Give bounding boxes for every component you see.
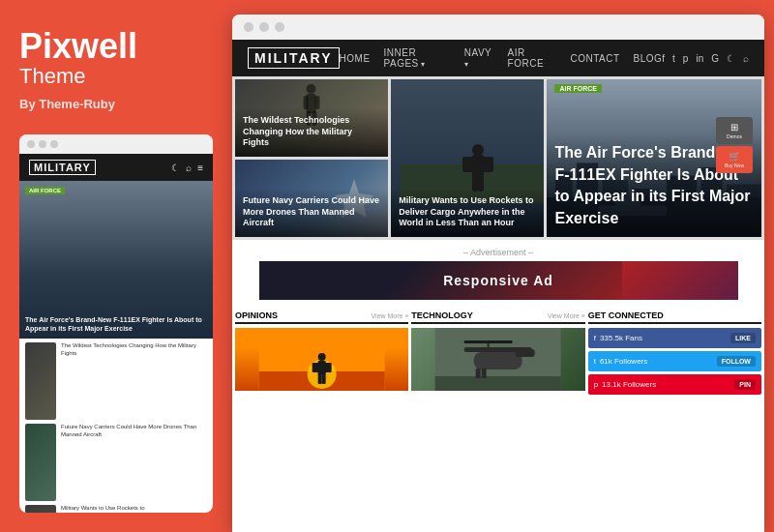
buy-icon: 🛒 bbox=[729, 151, 740, 162]
twitter-icon: t bbox=[594, 357, 596, 366]
brand-by-text: By Theme- bbox=[19, 97, 83, 111]
opinions-card[interactable] bbox=[235, 328, 408, 391]
facebook-icon: f bbox=[594, 334, 596, 342]
nav-inner-pages[interactable]: INNER PAGES bbox=[384, 47, 451, 69]
svg-point-7 bbox=[472, 144, 484, 156]
nav-home[interactable]: HOME bbox=[340, 53, 371, 64]
nav-contact[interactable]: CONTACT bbox=[570, 53, 619, 64]
twitter-btn[interactable]: t 61k Followers FOLLOW bbox=[588, 351, 761, 371]
technology-title: TECHNOLOGY View More » bbox=[411, 307, 584, 324]
hero-card-middle[interactable]: Military Wants to Use Rockets to Deliver… bbox=[391, 79, 544, 237]
mini-article-text-1: The Wildest Technologies Changing How th… bbox=[61, 342, 207, 358]
hero-card-1-overlay: The Wildest Technologies Changing How th… bbox=[235, 107, 388, 157]
svg-rect-34 bbox=[474, 352, 522, 369]
svg-rect-40 bbox=[464, 340, 513, 343]
browser-dot-2 bbox=[259, 22, 269, 32]
svg-rect-39 bbox=[482, 369, 487, 378]
pinterest-action[interactable]: PIN bbox=[734, 379, 756, 390]
hero-grid: The Wildest Technologies Changing How th… bbox=[232, 76, 764, 240]
pinterest-count: 13.1k Followers bbox=[602, 380, 656, 389]
mini-hero-badge: AIR FORCE bbox=[25, 187, 65, 194]
svg-rect-36 bbox=[516, 349, 535, 357]
mini-dot-2 bbox=[39, 140, 46, 148]
demos-label: Demos bbox=[727, 133, 742, 139]
browser-dot-1 bbox=[244, 22, 253, 32]
mini-menu-icon: ≡ bbox=[197, 163, 203, 173]
mini-header-icons: ☾ ⌕ ≡ bbox=[171, 163, 203, 173]
mini-hero: AIR FORCE The Air Force's Brand-New F-11… bbox=[19, 181, 213, 339]
bottom-grid: OPINIONS View More » bbox=[232, 304, 764, 400]
site-header: MILITARY HOME INNER PAGES NAVY AIR FORCE… bbox=[232, 40, 764, 76]
technology-label: TECHNOLOGY bbox=[411, 310, 473, 320]
ad-text: Responsive Ad bbox=[443, 273, 553, 288]
svg-rect-31 bbox=[322, 372, 326, 384]
demos-button[interactable]: ⊞ Demos bbox=[716, 117, 753, 144]
social-title-bar: GET CONNECTED bbox=[588, 307, 761, 324]
brand-ruby: Ruby bbox=[83, 97, 115, 111]
pinterest-icon: p bbox=[683, 53, 689, 64]
pinterest-btn[interactable]: p 13.1k Followers PIN bbox=[588, 374, 761, 395]
demos-icon: ⊞ bbox=[730, 122, 738, 133]
search-icon[interactable]: ⌕ bbox=[743, 53, 749, 64]
site-nav: HOME INNER PAGES NAVY AIR FORCE CONTACT … bbox=[340, 47, 663, 69]
fb-icon: f bbox=[662, 53, 665, 64]
buy-now-button[interactable]: 🛒 Buy Now bbox=[716, 146, 753, 173]
mini-dot-1 bbox=[27, 140, 35, 148]
twitter-info: t 61k Followers bbox=[594, 357, 648, 366]
floating-sidebar: ⊞ Demos 🛒 Buy Now bbox=[716, 117, 753, 173]
hero-card-2[interactable]: Future Navy Carriers Could Have More Dro… bbox=[235, 160, 388, 237]
mini-thumb-2 bbox=[25, 424, 56, 501]
twitter-action[interactable]: FOLLOW bbox=[717, 356, 756, 367]
mini-article-row-3: Military Wants to Use Rockets to bbox=[25, 505, 207, 513]
mini-articles: The Wildest Technologies Changing How th… bbox=[19, 339, 213, 513]
svg-rect-33 bbox=[435, 376, 561, 391]
ad-banner[interactable]: Responsive Ad bbox=[259, 261, 738, 300]
main-content: The Wildest Technologies Changing How th… bbox=[232, 76, 764, 532]
opinions-title: OPINIONS View More » bbox=[235, 307, 408, 324]
buy-label: Buy Now bbox=[725, 163, 744, 168]
mini-article-text-3: Military Wants to Use Rockets to bbox=[61, 505, 144, 513]
browser-content: ⊞ Demos 🛒 Buy Now MILITARY HOME INNER PA… bbox=[232, 40, 764, 532]
svg-point-0 bbox=[307, 84, 316, 94]
center-content: The Wildest Technologies Changing How th… bbox=[232, 76, 764, 532]
svg-rect-38 bbox=[476, 369, 481, 378]
left-panel: Pixwell Theme By Theme-Ruby MILITARY ☾ ⌕… bbox=[0, 0, 232, 532]
mini-logo: MILITARY bbox=[29, 160, 96, 175]
mini-thumb-3 bbox=[25, 505, 56, 513]
ad-label: – Advertisement – bbox=[232, 248, 764, 257]
ad-section: – Advertisement – Responsive Ad bbox=[232, 240, 764, 304]
hero-card-2-title: Future Navy Carriers Could Have More Dro… bbox=[243, 195, 380, 229]
ad-banner-flag bbox=[622, 261, 738, 300]
facebook-btn[interactable]: f 335.5k Fans LIKE bbox=[588, 328, 761, 348]
brand-title: Pixwell bbox=[19, 29, 213, 64]
twitter-count: 61k Followers bbox=[600, 357, 647, 366]
technology-card[interactable] bbox=[411, 328, 584, 391]
mini-window-dots bbox=[19, 134, 213, 154]
hero-card-middle-title: Military Wants to Use Rockets to Deliver… bbox=[399, 195, 536, 229]
opinions-section: OPINIONS View More » bbox=[235, 307, 408, 398]
hero-card-2-overlay: Future Navy Carriers Could Have More Dro… bbox=[235, 188, 388, 237]
mini-preview: MILITARY ☾ ⌕ ≡ AIR FORCE The Air Force's… bbox=[19, 134, 213, 513]
twitter-icon: t bbox=[672, 53, 675, 64]
svg-point-26 bbox=[318, 353, 326, 361]
site-logo: MILITARY bbox=[248, 47, 340, 69]
instagram-icon: in bbox=[696, 53, 703, 64]
facebook-action[interactable]: LIKE bbox=[730, 333, 756, 343]
browser-panel: ⊞ Demos 🛒 Buy Now MILITARY HOME INNER PA… bbox=[232, 15, 764, 532]
svg-rect-30 bbox=[318, 372, 322, 384]
nav-navy[interactable]: NAVY bbox=[464, 47, 494, 69]
nav-blog[interactable]: BLOG bbox=[634, 53, 663, 64]
hero-card-1[interactable]: The Wildest Technologies Changing How th… bbox=[235, 79, 388, 157]
mini-dot-3 bbox=[50, 140, 58, 148]
site-nav-right: f t p in G ☾ ⌕ bbox=[662, 53, 749, 64]
opinions-view-more[interactable]: View More » bbox=[372, 312, 409, 319]
browser-dot-3 bbox=[275, 22, 284, 32]
social-title-text: GET CONNECTED bbox=[588, 310, 664, 320]
technology-view-more[interactable]: View More » bbox=[548, 312, 585, 319]
hero-col-left: The Wildest Technologies Changing How th… bbox=[235, 79, 388, 237]
svg-rect-28 bbox=[313, 363, 320, 372]
hero-card-1-title: The Wildest Technologies Changing How th… bbox=[243, 115, 380, 149]
mini-thumb-1 bbox=[25, 342, 56, 420]
main-card-badge: AIR FORCE bbox=[554, 84, 602, 93]
nav-air-force[interactable]: AIR FORCE bbox=[508, 47, 557, 69]
